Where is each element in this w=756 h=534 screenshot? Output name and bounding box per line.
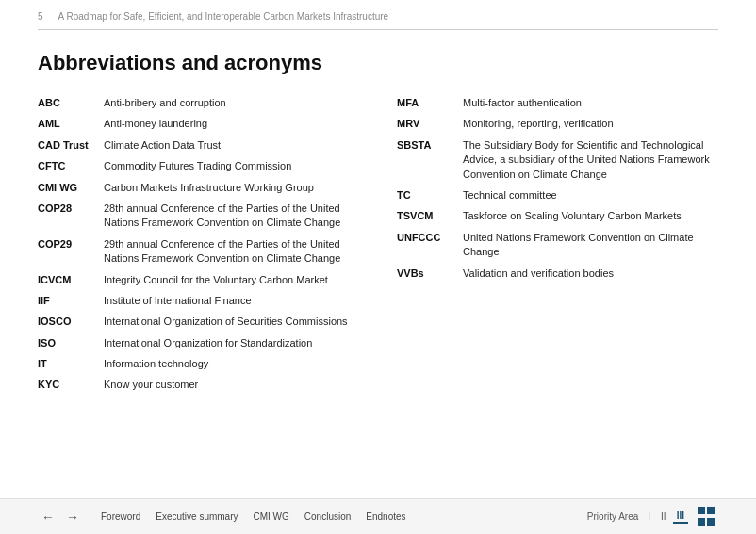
abbrev-row: CMI WG Carbon Markets Infrastructure Wor… [38,181,359,195]
document-title: A Roadmap for Safe, Efficient, and Inter… [58,11,389,22]
abbrev-row: UNFCCC United Nations Framework Conventi… [397,231,718,260]
abbrev-row: COP29 29th annual Conference of the Part… [38,237,359,267]
abbrev-row: ICVCM Integrity Council for the Voluntar… [38,273,359,287]
abbrev-key: TSVCM [397,209,463,221]
prev-arrow[interactable]: ← [38,508,58,526]
abbrev-value: 29th annual Conference of the Parties of… [104,237,359,267]
abbrev-value: Commodity Futures Trading Commission [104,159,291,173]
abbrev-key: MRV [397,117,463,129]
abbrev-key: CFTC [38,159,104,171]
abbrev-key: KYC [38,378,104,390]
abbrev-key: TC [397,188,463,201]
abbrev-row: TC Technical committee [397,188,718,202]
grid-icon [698,507,718,527]
abbrev-value: United Nations Framework Convention on C… [463,231,718,260]
abbrev-value: Multi-factor authentication [463,96,582,110]
abbrev-value: Anti-money laundering [104,117,207,131]
page: 5 A Roadmap for Safe, Efficient, and Int… [0,0,756,534]
abbrev-row: CAD Trust Climate Action Data Trust [38,138,359,153]
abbrev-row: ISO International Organization for Stand… [38,336,359,350]
abbrev-row: MRV Monitoring, reporting, verification [397,117,718,131]
abbrev-value: Information technology [104,357,208,371]
abbrev-key: SBSTA [397,138,463,151]
abbrev-row: IOSCO International Organization of Secu… [38,315,359,329]
nav-link[interactable]: Foreword [94,509,147,525]
nav-links: ForewordExecutive summaryCMI WGConclusio… [94,509,413,525]
abbrev-row: KYC Know your customer [38,378,359,392]
abbrev-value: International Organization of Securities… [104,315,348,329]
next-arrow[interactable]: → [62,508,83,526]
abbrev-value: Carbon Markets Infrastructure Working Gr… [104,181,314,195]
bottom-right: Priority Area IIIIII [587,507,718,527]
abbrev-value: Institute of International Finance [104,294,252,308]
abbrev-value: Taskforce on Scaling Voluntary Carbon Ma… [463,209,682,223]
abbrev-row: MFA Multi-factor authentication [397,96,718,110]
nav-link[interactable]: CMI WG [247,509,296,525]
page-title: Abbreviations and acronyms [38,51,718,75]
top-bar: 5 A Roadmap for Safe, Efficient, and Int… [38,0,718,30]
priority-label: Priority Area [587,511,638,522]
priority-area: Priority Area IIIIII [587,510,688,524]
abbrev-key: ISO [38,336,104,348]
abbrev-row: COP28 28th annual Conference of the Part… [38,202,359,231]
nav-link[interactable]: Executive summary [149,509,244,525]
nav-link[interactable]: Endnotes [359,509,412,525]
priority-nums: IIIIII [644,510,688,524]
abbrev-key: COP29 [38,237,104,250]
abbrev-row: ABC Anti-bribery and corruption [38,96,359,110]
abbrev-value: 28th annual Conference of the Parties of… [104,202,359,231]
abbrev-key: ICVCM [38,273,104,285]
abbrev-row: AML Anti-money laundering [38,117,359,131]
page-number: 5 [38,11,43,22]
abbreviations-left-column: ABC Anti-bribery and corruption AML Anti… [38,96,387,399]
abbrev-key: IIF [38,294,104,306]
abbrev-row: IIF Institute of International Finance [38,294,359,308]
abbrev-key: ABC [38,96,104,108]
abbrev-value: International Organization for Standardi… [104,336,312,350]
abbrev-key: MFA [397,96,463,108]
priority-num[interactable]: II [657,510,670,523]
abbrev-value: Integrity Council for the Voluntary Carb… [104,273,328,287]
abbrev-value: The Subsidiary Body for Scientific and T… [463,138,718,182]
abbrev-row: CFTC Commodity Futures Trading Commissio… [38,159,359,173]
abbrev-key: COP28 [38,202,104,214]
abbrev-value: Technical committee [463,188,557,202]
bottom-navigation: ← → ForewordExecutive summaryCMI WGConcl… [38,508,413,526]
abbrev-value: Anti-bribery and corruption [104,96,226,110]
abbrev-row: TSVCM Taskforce on Scaling Voluntary Car… [397,209,718,223]
bottom-bar: ← → ForewordExecutive summaryCMI WGConcl… [0,498,756,534]
abbrev-key: AML [38,117,104,129]
abbrev-value: Know your customer [104,378,198,392]
priority-num[interactable]: I [644,510,654,523]
abbrev-key: UNFCCC [397,231,463,243]
abbrev-value: Monitoring, reporting, verification [463,117,614,131]
abbrev-row: VVBs Validation and verification bodies [397,267,718,281]
abbrev-value: Climate Action Data Trust [104,138,221,153]
abbrev-key: CMI WG [38,181,104,193]
abbreviations-right-column: MFA Multi-factor authentication MRV Moni… [387,96,718,399]
abbrev-key: VVBs [397,267,463,279]
abbreviations-container: ABC Anti-bribery and corruption AML Anti… [38,96,718,399]
abbrev-value: Validation and verification bodies [463,267,614,281]
priority-num[interactable]: III [673,510,688,524]
abbrev-key: IT [38,357,104,369]
nav-link[interactable]: Conclusion [298,509,357,525]
abbrev-row: IT Information technology [38,357,359,371]
abbrev-key: IOSCO [38,315,104,327]
abbrev-key: CAD Trust [38,138,104,151]
abbrev-row: SBSTA The Subsidiary Body for Scientific… [397,138,718,182]
